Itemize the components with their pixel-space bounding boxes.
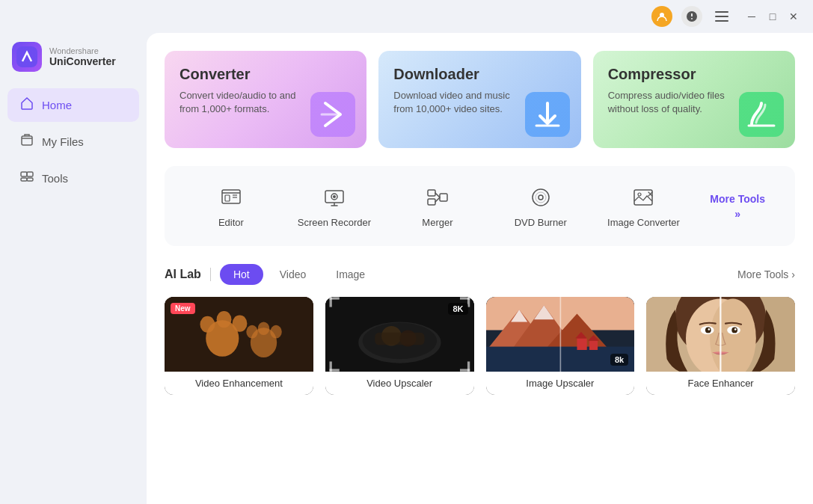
ai-card-video-enhancement[interactable]: New Video Enhancem: [165, 297, 313, 395]
svg-rect-1: [715, 11, 728, 13]
video-upscaler-label: Video Upscaler: [325, 372, 474, 395]
video-enhancement-label: Video Enhancement: [165, 372, 313, 395]
more-tools-label: More Tools: [710, 193, 765, 205]
svg-point-26: [533, 189, 549, 206]
tools-row: Editor Screen Recorder: [165, 166, 795, 246]
close-button[interactable]: ✕: [786, 9, 801, 24]
compressor-card[interactable]: Compressor Compress audio/video files wi…: [593, 51, 795, 148]
image-converter-icon: [630, 184, 657, 211]
ai-lab-header: AI Lab Hot Video Image More Tools ›: [165, 264, 795, 285]
compressor-desc: Compress audio/video files without loss …: [608, 89, 728, 116]
dvd-burner-label: DVD Burner: [515, 217, 567, 228]
svg-point-33: [200, 316, 215, 333]
sidebar-item-home[interactable]: Home: [7, 88, 139, 122]
compressor-icon: [735, 88, 788, 141]
video-upscaler-image: 8K: [325, 297, 474, 372]
logo-text: Wondershare UniConverter: [49, 46, 116, 67]
converter-desc: Convert video/audio to and from 1,000+ f…: [180, 89, 299, 116]
tool-merger[interactable]: Merger: [386, 178, 489, 234]
title-bar: ─ □ ✕: [0, 0, 813, 33]
feature-cards: Converter Convert video/audio to and fro…: [165, 51, 795, 148]
converter-card[interactable]: Converter Convert video/audio to and fro…: [165, 51, 366, 148]
video-enhancement-image: New: [165, 297, 313, 372]
tab-video[interactable]: Video: [266, 264, 320, 285]
tools-label: Tools: [42, 172, 68, 185]
ai-card-video-upscaler[interactable]: 8K: [325, 297, 474, 395]
sidebar: Wondershare UniConverter Home My Files: [0, 33, 147, 504]
face-enhancer-label: Face Enhancer: [646, 372, 795, 395]
tab-hot[interactable]: Hot: [220, 264, 263, 285]
svg-rect-47: [329, 297, 331, 307]
svg-rect-8: [21, 178, 27, 181]
svg-rect-5: [22, 136, 32, 145]
support-icon[interactable]: [681, 6, 702, 27]
svg-point-37: [246, 325, 257, 339]
sidebar-item-my-files[interactable]: My Files: [7, 125, 139, 159]
svg-rect-29: [634, 190, 652, 205]
ai-cards: New Video Enhancem: [165, 297, 795, 395]
sidebar-item-tools[interactable]: Tools: [7, 162, 139, 195]
tool-dvd-burner[interactable]: DVD Burner: [489, 178, 592, 234]
minimize-button[interactable]: ─: [744, 9, 759, 24]
svg-rect-53: [467, 361, 470, 371]
merger-label: Merger: [422, 217, 452, 228]
merger-icon: [424, 184, 451, 211]
svg-rect-51: [329, 361, 331, 371]
more-tools-chevron: »: [734, 208, 740, 220]
svg-rect-2: [715, 16, 728, 17]
ai-lab-more-tools[interactable]: More Tools ›: [737, 268, 795, 280]
maximize-button[interactable]: □: [765, 9, 780, 24]
screen-recorder-icon: [321, 184, 348, 211]
tool-editor[interactable]: Editor: [180, 178, 283, 234]
tool-image-converter[interactable]: Image Converter: [592, 178, 696, 234]
svg-point-75: [708, 328, 711, 331]
main-content: Converter Convert video/audio to and fro…: [147, 33, 813, 504]
badge-8k-video: 8K: [448, 303, 467, 315]
logo-area: Wondershare UniConverter: [0, 42, 147, 87]
ai-lab-title: AI Lab: [165, 268, 211, 281]
svg-rect-7: [27, 172, 33, 176]
svg-point-28: [536, 192, 546, 203]
svg-rect-15: [225, 195, 230, 201]
ai-card-image-upscaler[interactable]: 8k: [486, 297, 635, 395]
user-icon[interactable]: [651, 6, 672, 27]
ai-tabs: Hot Video Image: [220, 264, 378, 285]
svg-rect-61: [577, 339, 586, 350]
editor-icon: [218, 184, 245, 211]
image-converter-label: Image Converter: [607, 217, 680, 228]
window-controls: ─ □ ✕: [744, 9, 801, 24]
downloader-title: Downloader: [393, 66, 565, 83]
image-upscaler-label: Image Upscaler: [486, 372, 635, 395]
menu-icon[interactable]: [711, 6, 732, 27]
svg-point-20: [333, 195, 336, 198]
converter-icon: [307, 88, 359, 141]
my-files-label: My Files: [42, 135, 84, 148]
svg-rect-63: [589, 341, 598, 350]
logo-icon: [12, 42, 42, 72]
tool-screen-recorder[interactable]: Screen Recorder: [283, 178, 386, 234]
svg-rect-4: [16, 46, 37, 67]
compressor-title: Compressor: [608, 66, 780, 83]
more-tools-button[interactable]: More Tools »: [695, 187, 780, 226]
svg-rect-45: [375, 333, 424, 345]
editor-label: Editor: [218, 217, 244, 228]
svg-point-76: [734, 328, 737, 331]
badge-new: New: [171, 303, 195, 314]
files-icon: [19, 132, 34, 151]
downloader-desc: Download video and music from 10,000+ vi…: [393, 89, 513, 116]
svg-rect-23: [428, 190, 435, 196]
downloader-icon: [521, 88, 574, 141]
ai-card-face-enhancer[interactable]: Face Enhancer: [646, 297, 795, 395]
home-label: Home: [42, 99, 72, 111]
badge-8k-img: 8k: [610, 354, 628, 366]
svg-point-34: [217, 311, 232, 328]
ai-more-tools-label: More Tools: [737, 268, 788, 280]
tab-image[interactable]: Image: [322, 264, 378, 285]
svg-rect-25: [440, 194, 447, 201]
downloader-card[interactable]: Downloader Download video and music from…: [378, 51, 580, 148]
face-enhancer-image: [646, 297, 795, 372]
svg-rect-6: [21, 172, 27, 176]
svg-point-39: [270, 325, 281, 339]
dvd-burner-icon: [527, 184, 554, 211]
svg-point-74: [732, 328, 738, 334]
